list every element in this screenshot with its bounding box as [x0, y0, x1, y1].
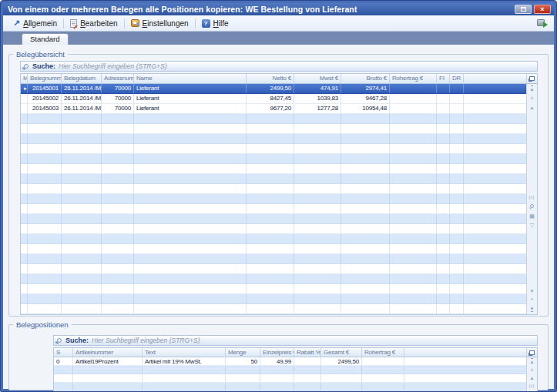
- empty-cell: [321, 374, 362, 382]
- column-header-text[interactable]: Text: [143, 348, 226, 357]
- cell-belegdatum: 26.11.2014 /Mi: [62, 94, 102, 103]
- empty-cell: [437, 174, 450, 183]
- app-window: Von einem oder mehreren Belegen alle Pos…: [0, 0, 557, 392]
- empty-cell: [404, 374, 526, 382]
- column-header-fi[interactable]: FI: [437, 74, 450, 83]
- empty-cell: [247, 134, 294, 143]
- table-row[interactable]: 0 Artikel19Prozent Artikel mit 19% MwSt.…: [54, 357, 526, 366]
- column-header-gesamt[interactable]: Gesamt €: [321, 348, 362, 357]
- empty-cell: [450, 294, 464, 303]
- cell-mwst: 1039,83: [294, 94, 341, 103]
- empty-cell: [226, 374, 260, 382]
- add-row-icon[interactable]: +: [527, 95, 537, 102]
- grid-bars-icon[interactable]: |||: [527, 383, 537, 389]
- empty-cell: [437, 264, 450, 273]
- scroll-top-icon[interactable]: ▴: [527, 359, 537, 365]
- column-header-m[interactable]: M: [21, 74, 28, 83]
- column-chooser-button[interactable]: [527, 348, 537, 357]
- close-button[interactable]: ×: [534, 5, 551, 14]
- add-row-bottom-icon[interactable]: +: [527, 297, 537, 303]
- grid-view-icon[interactable]: ▦: [527, 213, 537, 219]
- search-icon: [24, 64, 29, 69]
- empty-cell: [134, 114, 247, 123]
- empty-cell: [437, 304, 450, 313]
- empty-cell: [390, 244, 437, 253]
- empty-cell: [21, 214, 28, 223]
- cell-einzelpreis: 49,99: [260, 357, 294, 365]
- empty-cell: [390, 294, 437, 303]
- cell-belegnummer: 20145002: [28, 94, 62, 103]
- column-header-netto[interactable]: Netto €: [247, 74, 294, 83]
- empty-cell: [102, 274, 134, 283]
- empty-cell: [28, 124, 62, 133]
- menu-item-einstellungen[interactable]: Einstellungen: [126, 18, 194, 29]
- column-header-mwst[interactable]: Mwst €: [294, 74, 341, 83]
- column-header-einzelpreis[interactable]: Einzelpreis €: [260, 348, 294, 357]
- column-header-adressnummer[interactable]: Adressnumm: [102, 74, 134, 83]
- column-header-artikelnummer[interactable]: Artikelnummer: [73, 348, 143, 357]
- column-header-belegdatum[interactable]: Belegdatum: [62, 74, 102, 83]
- cell-name: Lieferant: [134, 84, 247, 93]
- cell-brutto: 10954,48: [341, 104, 390, 113]
- empty-cell: [437, 224, 450, 233]
- column-chooser-button[interactable]: [527, 74, 537, 84]
- empty-cell: [102, 174, 134, 183]
- empty-cell: [102, 194, 134, 203]
- scroll-down-icon[interactable]: ▾: [527, 288, 537, 294]
- scroll-up-icon[interactable]: ▴: [527, 105, 537, 111]
- empty-cell: [294, 214, 341, 223]
- empty-cell: [247, 144, 294, 153]
- empty-cell: [62, 214, 102, 223]
- overview-search-input[interactable]: Suche: Hier Suchbegriff eingeben (STRG+S…: [20, 61, 538, 72]
- grid-filter-icon[interactable]: ▽: [527, 223, 537, 229]
- table-row-selected[interactable]: ► 20145001 26.11.2014 /Mi 70000 Lieferan…: [21, 84, 526, 94]
- menu-item-allgemein[interactable]: ↗ Allgemein: [8, 18, 62, 29]
- column-header-belegnummer[interactable]: Belegnummer: [28, 74, 62, 83]
- empty-cell: [390, 124, 437, 133]
- column-header-menge[interactable]: Menge: [226, 348, 260, 357]
- empty-cell: [294, 244, 341, 253]
- positions-search-input[interactable]: Suche: Hier Suchbegriff eingeben (STRG+S…: [53, 335, 538, 346]
- empty-cell: [28, 234, 62, 243]
- empty-cell: [21, 234, 28, 243]
- menu-item-hilfe[interactable]: ? Hilfe: [196, 18, 234, 29]
- empty-cell: [294, 204, 341, 213]
- empty-cell: [341, 294, 390, 303]
- grid-bars-icon[interactable]: |||: [527, 194, 537, 200]
- column-header-rabatt[interactable]: Rabatt %: [294, 348, 321, 357]
- empty-cell: [134, 264, 247, 273]
- scroll-up-icon[interactable]: ▴: [527, 375, 537, 381]
- column-header-rohertrag[interactable]: Rohertrag €: [362, 348, 404, 357]
- empty-cell: [390, 224, 437, 233]
- scroll-bottom-icon[interactable]: ▾: [527, 306, 537, 312]
- add-row-icon[interactable]: +: [527, 367, 537, 374]
- empty-cell: [390, 264, 437, 273]
- cell-adressnummer: 70000: [102, 94, 134, 103]
- cell-name: Lieferant: [134, 94, 247, 103]
- cell-gesamt: 2499,50: [321, 357, 362, 365]
- grid-search-icon[interactable]: [527, 203, 537, 209]
- column-header-s[interactable]: S: [54, 348, 73, 357]
- empty-cell: [226, 383, 260, 390]
- empty-cell: [134, 164, 247, 173]
- empty-cell: [62, 194, 102, 203]
- empty-cell: [260, 366, 294, 374]
- cell-netto: 2499,50: [247, 84, 294, 93]
- column-header-name[interactable]: Name: [134, 74, 247, 83]
- empty-cell: [450, 254, 464, 263]
- maximize-button[interactable]: [515, 5, 532, 14]
- tab-standard[interactable]: Standard: [22, 33, 69, 45]
- exit-icon[interactable]: [537, 18, 548, 28]
- column-header-dr[interactable]: DR: [450, 74, 464, 83]
- menu-item-bearbeiten[interactable]: Bearbeiten: [65, 18, 122, 29]
- table-row[interactable]: 20145002 26.11.2014 /Mi 70000 Lieferant …: [21, 94, 526, 104]
- empty-cell: [437, 124, 450, 133]
- positions-grid: S Artikelnummer Text Menge Einzelpreis €…: [53, 347, 538, 392]
- column-header-rohertrag[interactable]: Rohertrag €: [390, 74, 437, 83]
- scroll-top-icon[interactable]: ▴: [527, 86, 537, 92]
- table-row[interactable]: 20145003 26.11.2014 /Mi 70000 Lieferant …: [21, 104, 526, 114]
- empty-cell: [294, 154, 341, 163]
- column-header-brutto[interactable]: Brutto €: [341, 74, 390, 83]
- empty-cell: [134, 224, 247, 233]
- empty-cell: [102, 224, 134, 233]
